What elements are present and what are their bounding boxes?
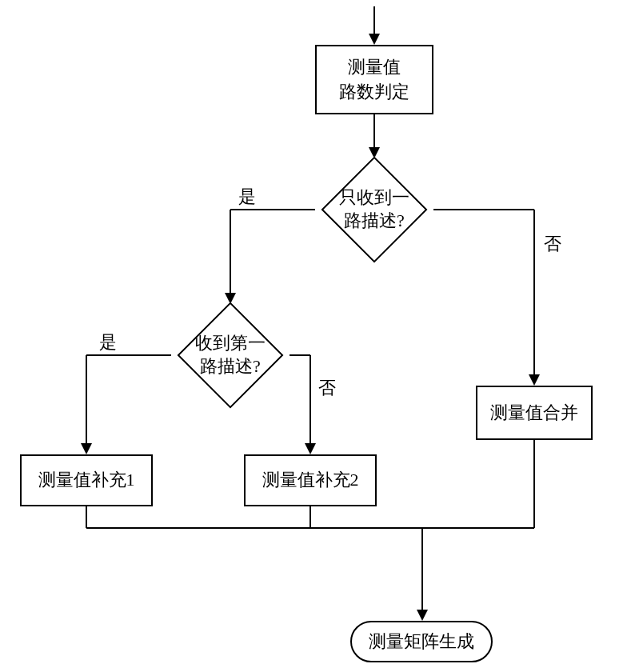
- text-line1: 收到第一: [195, 332, 266, 355]
- svg-marker-15: [305, 443, 316, 454]
- text-line1: 只收到一: [339, 186, 409, 210]
- text-line2: 路描述?: [344, 210, 405, 233]
- edge-label-no-d2: 否: [318, 376, 336, 400]
- edge-label-yes-d2: 是: [99, 330, 117, 354]
- text-line2: 路描述?: [200, 355, 261, 378]
- svg-marker-1: [369, 34, 380, 45]
- text: 测量值补充2: [262, 468, 359, 493]
- decision-only-one-channel: 只收到一 路描述?: [315, 158, 433, 261]
- decision-first-channel-received: 收到第一 路描述?: [171, 304, 290, 406]
- terminal-measurement-matrix-generation: 测量矩阵生成: [350, 621, 493, 662]
- edge-label-yes-d1: 是: [238, 185, 256, 209]
- text: 测量值合并: [490, 401, 578, 426]
- process-channel-count-determination: 测量值 路数判定: [315, 45, 433, 114]
- text-line2: 路数判定: [339, 80, 409, 105]
- process-measurement-fill-2: 测量值补充2: [244, 454, 377, 506]
- text: 测量矩阵生成: [369, 630, 474, 654]
- process-measurement-fill-1: 测量值补充1: [20, 454, 153, 506]
- text-line1: 测量值: [348, 55, 401, 80]
- text: 测量值补充1: [38, 468, 135, 493]
- svg-marker-21: [417, 610, 428, 621]
- svg-marker-12: [81, 443, 92, 454]
- svg-marker-9: [529, 374, 540, 386]
- process-measurement-merge: 测量值合并: [476, 386, 593, 440]
- edge-label-no-d1: 否: [544, 232, 561, 256]
